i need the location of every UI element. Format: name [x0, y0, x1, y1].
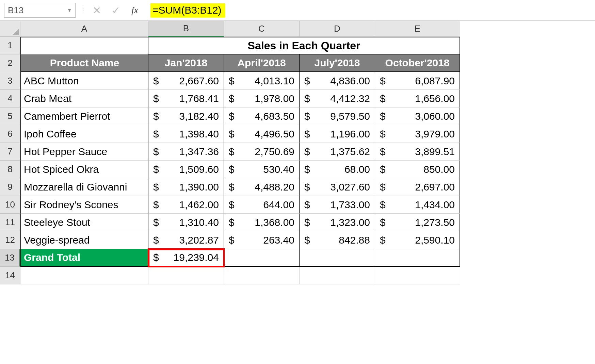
row-header-1[interactable]: 1 [0, 37, 20, 54]
cell-E11[interactable]: $1,273.50 [375, 214, 460, 231]
col-header-D[interactable]: D [300, 21, 375, 37]
cell-A3[interactable]: ABC Mutton [20, 72, 148, 90]
cell-D9[interactable]: $3,027.60 [300, 178, 375, 196]
cell-D12[interactable]: $842.88 [300, 231, 375, 249]
cell-E8[interactable]: $850.00 [375, 161, 460, 178]
cell-B4[interactable]: $1,768.41 [148, 90, 224, 107]
col-header-C[interactable]: C [224, 21, 300, 37]
cell-B14[interactable] [148, 267, 224, 284]
row-header-13[interactable]: 13 [0, 249, 20, 267]
row-header-4[interactable]: 4 [0, 90, 20, 107]
row-header-12[interactable]: 12 [0, 231, 20, 249]
cell-B13[interactable]: $ 19,239.04 [148, 249, 224, 267]
cell-A5[interactable]: Camembert Pierrot [20, 107, 148, 125]
header-jan[interactable]: Jan'2018 [148, 54, 224, 72]
cell-C14[interactable] [224, 267, 300, 284]
cell-C3[interactable]: $4,013.10 [224, 72, 300, 90]
cell-B8[interactable]: $1,509.60 [148, 161, 224, 178]
cell-A8[interactable]: Hot Spiced Okra [20, 161, 148, 178]
cell-B7[interactable]: $1,347.36 [148, 143, 224, 161]
cell-D13[interactable] [300, 249, 375, 267]
cell-C12[interactable]: $263.40 [224, 231, 300, 249]
row-header-7[interactable]: 7 [0, 143, 20, 161]
cell-C9[interactable]: $4,488.20 [224, 178, 300, 196]
cell-C13[interactable] [224, 249, 300, 267]
cell-D10[interactable]: $1,733.00 [300, 196, 375, 214]
currency-icon: $ [153, 93, 159, 104]
cell-C11[interactable]: $1,368.00 [224, 214, 300, 231]
formula-input[interactable]: =SUM(B3:B12) [150, 3, 225, 17]
fx-icon[interactable]: fx [125, 3, 144, 18]
cell-B5[interactable]: $3,182.40 [148, 107, 224, 125]
currency-icon: $ [380, 234, 386, 246]
cell-D7[interactable]: $1,375.62 [300, 143, 375, 161]
cell-B9[interactable]: $1,390.00 [148, 178, 224, 196]
col-header-B[interactable]: B [148, 21, 224, 37]
cell-A10[interactable]: Sir Rodney's Scones [20, 196, 148, 214]
merged-header[interactable]: Sales in Each Quarter [148, 37, 460, 54]
cell-C7[interactable]: $2,750.69 [224, 143, 300, 161]
header-oct[interactable]: October'2018 [375, 54, 460, 72]
row-header-5[interactable]: 5 [0, 107, 20, 125]
header-product[interactable]: Product Name [20, 54, 148, 72]
cell-E13[interactable] [375, 249, 460, 267]
cell-A7[interactable]: Hot Pepper Sauce [20, 143, 148, 161]
row-header-11[interactable]: 11 [0, 214, 20, 231]
cell-B10[interactable]: $1,462.00 [148, 196, 224, 214]
dropdown-icon[interactable]: ▼ [67, 7, 72, 13]
cell-D14[interactable] [300, 267, 375, 284]
cell-A6[interactable]: Ipoh Coffee [20, 125, 148, 143]
currency-icon: $ [304, 164, 310, 175]
cell-C6[interactable]: $4,496.50 [224, 125, 300, 143]
cell-D6[interactable]: $1,196.00 [300, 125, 375, 143]
cell-D5[interactable]: $9,579.50 [300, 107, 375, 125]
cell-A12[interactable]: Veggie-spread [20, 231, 148, 249]
col-header-A[interactable]: A [20, 21, 148, 37]
col-header-E[interactable]: E [375, 21, 460, 37]
cell-D4[interactable]: $4,412.32 [300, 90, 375, 107]
cell-E12[interactable]: $2,590.10 [375, 231, 460, 249]
cell-E9[interactable]: $2,697.00 [375, 178, 460, 196]
cell-E6[interactable]: $3,979.00 [375, 125, 460, 143]
row-header-10[interactable]: 10 [0, 196, 20, 214]
cell-D11[interactable]: $1,323.00 [300, 214, 375, 231]
row-header-8[interactable]: 8 [0, 161, 20, 178]
cell-A4[interactable]: Crab Meat [20, 90, 148, 107]
cell-value: 1,462.00 [179, 199, 219, 211]
cell-E5[interactable]: $3,060.00 [375, 107, 460, 125]
grand-total-label[interactable]: Grand Total [20, 249, 148, 267]
cell-E7[interactable]: $3,899.51 [375, 143, 460, 161]
row-header-14[interactable]: 14 [0, 267, 20, 284]
row-header-2[interactable]: 2 [0, 54, 20, 72]
cell-E10[interactable]: $1,434.00 [375, 196, 460, 214]
cell-B12[interactable]: $3,202.87 [148, 231, 224, 249]
cell-B11[interactable]: $1,310.40 [148, 214, 224, 231]
cell-C5[interactable]: $4,683.50 [224, 107, 300, 125]
cell-value: 2,667.60 [179, 75, 219, 87]
cell-A1[interactable] [20, 37, 148, 54]
name-box[interactable]: B13 ▼ [4, 3, 76, 18]
enter-icon[interactable]: ✓ [106, 3, 125, 18]
cell-C10[interactable]: $644.00 [224, 196, 300, 214]
cell-C4[interactable]: $1,978.00 [224, 90, 300, 107]
currency-icon: $ [229, 234, 235, 246]
row-header-3[interactable]: 3 [0, 72, 20, 90]
cell-A11[interactable]: Steeleye Stout [20, 214, 148, 231]
cell-D8[interactable]: $68.00 [300, 161, 375, 178]
cell-C8[interactable]: $530.40 [224, 161, 300, 178]
cell-A14[interactable] [20, 267, 148, 284]
cell-E4[interactable]: $1,656.00 [375, 90, 460, 107]
row-header-6[interactable]: 6 [0, 125, 20, 143]
cell-A9[interactable]: Mozzarella di Giovanni [20, 178, 148, 196]
cell-B3[interactable]: $2,667.60 [148, 72, 224, 90]
header-jul[interactable]: July'2018 [300, 54, 375, 72]
header-apr[interactable]: April'2018 [224, 54, 300, 72]
cell-D3[interactable]: $4,836.00 [300, 72, 375, 90]
cell-value: 1,273.50 [415, 217, 455, 228]
cell-E3[interactable]: $6,087.90 [375, 72, 460, 90]
select-all-corner[interactable] [0, 21, 20, 37]
cell-E14[interactable] [375, 267, 460, 284]
cancel-icon[interactable]: ✕ [87, 3, 106, 18]
row-header-9[interactable]: 9 [0, 178, 20, 196]
cell-B6[interactable]: $1,398.40 [148, 125, 224, 143]
